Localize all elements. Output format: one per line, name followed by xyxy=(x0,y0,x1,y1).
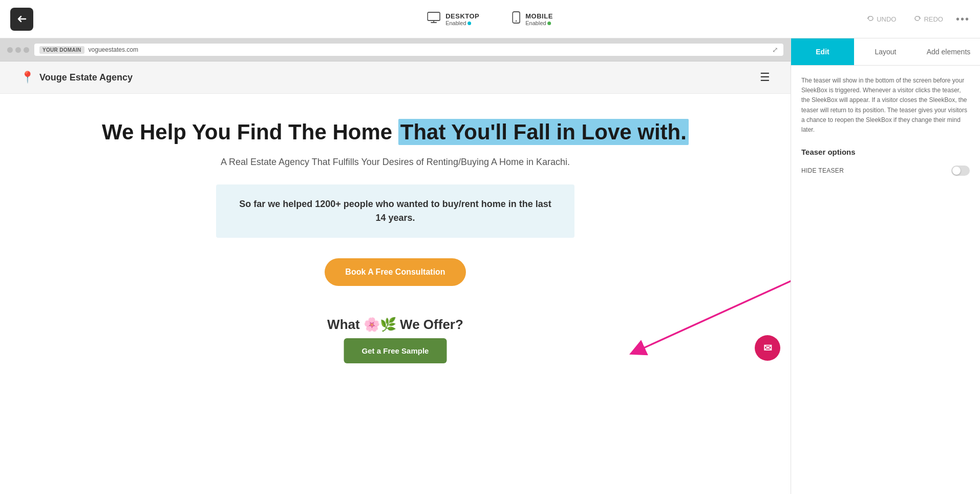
editor-panel: YOUR DOMAIN vogueestates.com ⤢ 📍 Vouge E… xyxy=(0,38,791,494)
redo-button[interactable]: REDO xyxy=(909,12,948,26)
more-options-button[interactable]: ••• xyxy=(956,13,970,25)
site-section: What 🌸🌿 We Offer? Get a Free Sample xyxy=(0,306,791,374)
mobile-device-info: MOBILE Enabled xyxy=(525,12,553,26)
main-area: YOUR DOMAIN vogueestates.com ⤢ 📍 Vouge E… xyxy=(0,38,980,494)
desktop-device-info: DESKTOP Enabled xyxy=(445,12,479,26)
desktop-label: DESKTOP xyxy=(445,12,479,20)
desktop-status: Enabled xyxy=(445,20,479,26)
hero-subtitle: A Real Estate Agency That Fulfills Your … xyxy=(20,155,770,169)
top-bar-left xyxy=(10,8,33,31)
mobile-status-text: Enabled xyxy=(525,20,546,26)
browser-dot-3 xyxy=(24,47,29,53)
domain-badge: YOUR DOMAIN xyxy=(39,46,84,54)
logo-icon: 📍 xyxy=(20,71,34,84)
desktop-device-button[interactable]: DESKTOP Enabled xyxy=(421,8,485,30)
mobile-label: MOBILE xyxy=(525,12,553,20)
mail-fab-button[interactable]: ✉ xyxy=(755,335,780,361)
hamburger-menu[interactable]: ☰ xyxy=(760,71,770,84)
panel-description: The teaser will show in the bottom of th… xyxy=(801,76,970,135)
desktop-status-text: Enabled xyxy=(445,20,466,26)
teaser-bar: Get a Free Sample xyxy=(344,338,447,363)
mail-icon: ✉ xyxy=(763,342,772,354)
device-toggle-group: DESKTOP Enabled MOBILE Enabled xyxy=(421,7,559,31)
mobile-status-dot xyxy=(548,22,551,25)
top-bar-right: UNDO REDO ••• xyxy=(862,12,970,26)
browser-dot-2 xyxy=(15,47,21,53)
hero-title: We Help You Find The Home That You'll Fa… xyxy=(20,119,770,145)
hero-title-part1: We Help You Find The Home xyxy=(102,120,398,144)
svg-rect-1 xyxy=(428,12,440,20)
hero-stat: So far we helped 1200+ people who wanted… xyxy=(216,184,574,238)
domain-url: vogueestates.com xyxy=(89,46,138,53)
teaser-options-title: Teaser options xyxy=(801,148,970,156)
panel-tabs: Edit Layout Add elements xyxy=(791,38,980,66)
mobile-device-button[interactable]: MOBILE Enabled xyxy=(506,7,559,31)
mobile-icon xyxy=(512,11,520,27)
desktop-status-dot xyxy=(468,22,472,25)
browser-chrome: YOUR DOMAIN vogueestates.com ⤢ xyxy=(0,38,791,61)
free-sample-button[interactable]: Get a Free Sample xyxy=(344,338,447,363)
consultation-button[interactable]: Book A Free Consultation xyxy=(325,258,465,286)
undo-button[interactable]: UNDO xyxy=(862,12,901,26)
mobile-status: Enabled xyxy=(525,20,553,26)
browser-address-bar[interactable]: YOUR DOMAIN vogueestates.com ⤢ xyxy=(34,44,783,56)
site-nav: 📍 Vouge Estate Agency ☰ xyxy=(0,61,791,94)
undo-label: UNDO xyxy=(877,15,896,23)
hide-teaser-label: HIDE TEASER xyxy=(801,167,844,174)
top-bar: DESKTOP Enabled MOBILE Enabled xyxy=(0,0,980,38)
section-text-pre: What xyxy=(327,317,364,332)
hide-teaser-toggle[interactable] xyxy=(951,166,970,176)
right-panel: Edit Layout Add elements The teaser will… xyxy=(791,38,980,494)
svg-point-3 xyxy=(516,20,517,22)
section-text-post: We Offer? xyxy=(400,317,463,332)
logo-text: Vouge Estate Agency xyxy=(39,72,133,83)
website-preview: 📍 Vouge Estate Agency ☰ We Help You Find… xyxy=(0,61,791,494)
tab-layout[interactable]: Layout xyxy=(854,38,917,65)
desktop-icon xyxy=(427,12,440,26)
hero-title-highlight: That You'll Fall in Love with. xyxy=(398,119,689,145)
redo-label: REDO xyxy=(924,15,943,23)
panel-body: The teaser will show in the bottom of th… xyxy=(791,66,980,494)
back-button[interactable] xyxy=(10,8,33,31)
browser-dot-1 xyxy=(7,47,13,53)
hide-teaser-row: HIDE TEASER xyxy=(801,166,970,176)
site-hero: We Help You Find The Home That You'll Fa… xyxy=(0,94,791,306)
tab-edit[interactable]: Edit xyxy=(791,38,854,65)
browser-expand-icon: ⤢ xyxy=(772,46,778,54)
site-logo: 📍 Vouge Estate Agency xyxy=(20,71,133,84)
section-flowers: 🌸🌿 xyxy=(364,317,396,332)
tab-add-elements[interactable]: Add elements xyxy=(917,38,980,65)
browser-dots xyxy=(7,47,29,53)
